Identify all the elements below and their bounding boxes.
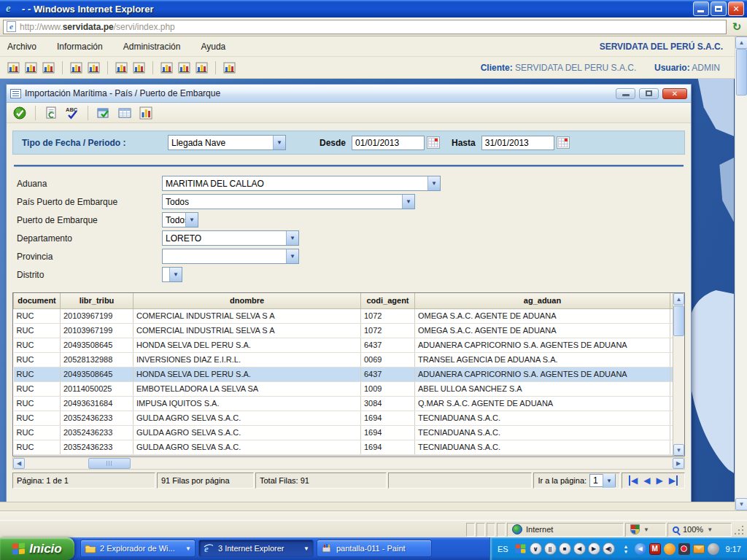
chevron-down-icon[interactable]: ▼ bbox=[427, 176, 440, 190]
language-indicator[interactable]: ES bbox=[498, 545, 508, 553]
column-header-document[interactable]: document bbox=[14, 293, 61, 308]
mail-icon[interactable] bbox=[693, 545, 705, 553]
puerto-de-embarque-select[interactable]: Todos▼ bbox=[162, 212, 198, 228]
aduana-select[interactable]: MARITIMA DEL CALLAO▼ bbox=[162, 176, 441, 191]
report-chart-icon[interactable] bbox=[160, 62, 173, 74]
prev-page-button[interactable]: ◀ bbox=[643, 475, 650, 486]
table-row[interactable]: RUC20528132988INVERSIONES DIAZ E.I.R.L.0… bbox=[14, 352, 673, 367]
chevron-down-icon[interactable]: ▼ bbox=[185, 545, 191, 552]
report-close-button[interactable]: ✕ bbox=[662, 88, 687, 99]
report-chart-icon[interactable] bbox=[196, 62, 208, 74]
importacion-titlebar[interactable]: Importación Marítima - País / Puerto de … bbox=[7, 85, 691, 103]
menu-archivo[interactable]: Archivo bbox=[7, 42, 36, 52]
mcafee-icon[interactable]: M bbox=[649, 543, 661, 555]
grid-icon[interactable] bbox=[117, 106, 132, 120]
table-row[interactable]: RUC20103967199COMERCIAL INDUSTRIAL SELVA… bbox=[14, 323, 673, 338]
maximize-button[interactable] bbox=[711, 1, 727, 16]
volume-icon[interactable]: ◀) bbox=[603, 542, 615, 555]
chevron-down-icon[interactable]: ▼ bbox=[286, 231, 298, 245]
next-page-button[interactable]: ▶ bbox=[657, 475, 663, 486]
chevron-down-icon[interactable]: ▼ bbox=[402, 195, 414, 209]
spellcheck-icon[interactable]: ABC bbox=[65, 106, 80, 120]
scroll-down-icon[interactable]: ▼ bbox=[673, 444, 684, 456]
report-chart-icon[interactable] bbox=[7, 62, 20, 74]
table-row[interactable]: RUC20103967199COMERCIAL INDUSTRIAL SELVA… bbox=[14, 308, 673, 323]
zoom-control[interactable]: 100% ▼ bbox=[667, 523, 732, 537]
table-row[interactable]: RUC20114050025EMBOTELLADORA LA SELVA SA1… bbox=[14, 381, 673, 396]
table-row[interactable]: RUC20493508645HONDA SELVA DEL PERU S.A.6… bbox=[14, 338, 673, 352]
provincia-select[interactable]: ▼ bbox=[162, 249, 299, 264]
report-chart-icon[interactable] bbox=[42, 62, 55, 74]
table-row[interactable]: RUC20493508645HONDA SELVA DEL PERU S.A.6… bbox=[14, 367, 673, 381]
goto-page-select[interactable]: 1 ▼ bbox=[589, 474, 616, 487]
status-orange-icon[interactable] bbox=[664, 543, 676, 555]
minimize-button[interactable] bbox=[693, 1, 709, 16]
report-chart-icon[interactable] bbox=[70, 62, 82, 74]
table-row[interactable]: RUC20493631684IMPUSA IQUITOS S.A.3084Q.M… bbox=[14, 396, 673, 411]
desde-input[interactable]: 01/01/2013 bbox=[352, 136, 425, 150]
media-menu-icon[interactable] bbox=[515, 544, 525, 553]
column-header-ag_aduan[interactable]: ag_aduan bbox=[415, 293, 670, 308]
menu-informacion[interactable]: Información bbox=[57, 42, 103, 52]
refresh-icon[interactable] bbox=[44, 106, 58, 120]
pause-icon[interactable]: || bbox=[544, 542, 557, 555]
distrito-select[interactable]: ▼ bbox=[162, 267, 182, 282]
alert-icon[interactable] bbox=[678, 543, 690, 555]
url-input[interactable]: e http://www.servidata.pe/servi/index.ph… bbox=[3, 20, 727, 34]
report-chart-icon[interactable] bbox=[133, 62, 145, 74]
browser-scrollbar[interactable]: ▲ ▼ bbox=[735, 36, 747, 510]
table-row[interactable]: RUC20352436233GULDA AGRO SELVA S.A.C.169… bbox=[14, 425, 673, 440]
taskbar-button-paint[interactable]: pantalla-011 - Paint bbox=[317, 540, 432, 557]
desde-calendar-icon[interactable] bbox=[427, 136, 440, 149]
clock[interactable]: 9:17 bbox=[726, 545, 741, 553]
report-chart-icon[interactable] bbox=[178, 62, 190, 74]
first-page-button[interactable]: ◀ bbox=[629, 475, 638, 486]
scroll-down-icon[interactable]: ▼ bbox=[735, 498, 747, 510]
scroll-thumb[interactable] bbox=[736, 49, 747, 96]
chevron-down-icon[interactable]: ▼ bbox=[273, 136, 285, 149]
scroll-up-icon[interactable]: ▲ bbox=[673, 293, 684, 305]
scroll-right-icon[interactable]: ▶ bbox=[673, 458, 684, 469]
chevron-down-icon[interactable]: ▼ bbox=[169, 268, 182, 281]
next-icon[interactable]: ▶ bbox=[588, 542, 600, 555]
update-icon[interactable] bbox=[708, 543, 719, 555]
periodo-select[interactable]: Llegada Nave ▼ bbox=[168, 135, 286, 150]
chevron-icon[interactable]: ∨ bbox=[530, 542, 542, 555]
report-chart-icon[interactable] bbox=[88, 62, 100, 74]
report-chart-icon[interactable] bbox=[25, 62, 37, 74]
hide-icons-icon[interactable]: ◀ bbox=[635, 543, 646, 555]
accept-icon[interactable] bbox=[12, 106, 27, 120]
start-button[interactable]: Inicio bbox=[0, 537, 74, 560]
pa-s-puerto-de-embarque-select[interactable]: Todos▼ bbox=[162, 194, 415, 209]
scroll-left-icon[interactable]: ◀ bbox=[13, 458, 25, 469]
report-maximize-button[interactable] bbox=[639, 88, 659, 99]
last-page-button[interactable]: ▶ bbox=[669, 475, 678, 486]
grid-horizontal-scrollbar[interactable]: ◀ ▶ bbox=[12, 457, 685, 470]
hscroll-thumb[interactable] bbox=[88, 458, 131, 469]
scroll-up-icon[interactable]: ▲ bbox=[735, 36, 747, 49]
column-header-dnombre[interactable]: dnombre bbox=[133, 293, 361, 308]
chevron-down-icon[interactable]: ▼ bbox=[286, 249, 298, 263]
menu-ayuda[interactable]: Ayuda bbox=[201, 42, 225, 52]
previous-icon[interactable]: ◀ bbox=[573, 542, 586, 555]
stop-icon[interactable]: ■ bbox=[559, 542, 571, 555]
hasta-calendar-icon[interactable] bbox=[557, 136, 570, 149]
chart-icon[interactable] bbox=[139, 106, 153, 120]
table-row[interactable]: RUC20352436233GULDA AGRO SELVA S.A.C.169… bbox=[14, 440, 673, 454]
scroll-thumb[interactable] bbox=[673, 306, 684, 336]
chevron-down-icon[interactable]: ▼ bbox=[603, 474, 615, 488]
hasta-input[interactable]: 31/01/2013 bbox=[481, 136, 554, 150]
report-minimize-button[interactable] bbox=[616, 88, 635, 99]
departamento-select[interactable]: LORETO▼ bbox=[162, 230, 299, 246]
export-icon[interactable] bbox=[96, 106, 111, 120]
toolbar-expand-control[interactable]: ▲▼ bbox=[622, 542, 631, 556]
resize-grip[interactable] bbox=[735, 524, 745, 534]
report-chart-icon[interactable] bbox=[223, 62, 236, 74]
taskbar-button-ie[interactable]: e3 Internet Explorer▼ bbox=[198, 540, 314, 557]
close-button[interactable]: ✕ bbox=[728, 1, 744, 16]
menu-administracion[interactable]: Administración bbox=[123, 42, 181, 52]
report-chart-icon[interactable] bbox=[115, 62, 128, 74]
grid-vertical-scrollbar[interactable]: ▲ ▼ bbox=[673, 293, 684, 456]
chevron-down-icon[interactable]: ▼ bbox=[185, 213, 198, 227]
chevron-down-icon[interactable]: ▼ bbox=[303, 545, 309, 552]
